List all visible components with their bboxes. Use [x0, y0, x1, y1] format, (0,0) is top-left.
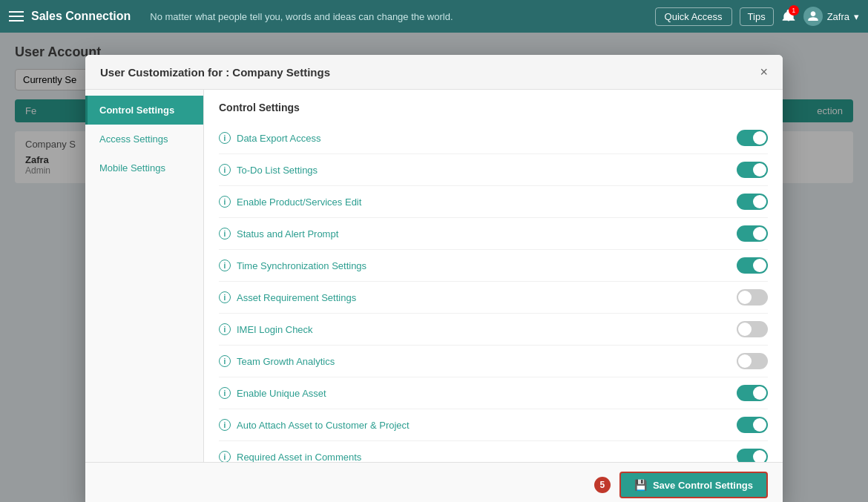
page-background: User Account Currently Se Fe ection Comp… [0, 33, 868, 502]
tips-button[interactable]: Tips [740, 7, 774, 26]
toggle-product-edit[interactable] [737, 194, 768, 210]
modal-sidebar: Control Settings Access Settings Mobile … [85, 90, 204, 462]
toggle-slider-unique-asset [737, 385, 768, 401]
save-button-label: Save Control Settings [653, 480, 753, 491]
info-icon-asset-req[interactable]: i [219, 291, 231, 303]
setting-label-data-export: iData Export Access [219, 132, 320, 144]
setting-label-status-alert: iStatus and Alert Prompt [219, 228, 338, 240]
step-badge: 5 [594, 477, 611, 493]
quick-access-button[interactable]: Quick Access [655, 7, 732, 26]
tab-access-settings[interactable]: Access Settings [85, 125, 203, 153]
setting-text-unique-asset: Enable Unique Asset [237, 388, 326, 399]
setting-label-todo-list: iTo-Do List Settings [219, 164, 318, 176]
user-name: Zafra [827, 11, 849, 22]
modal-close-button[interactable]: × [760, 65, 768, 79]
info-icon-product-edit[interactable]: i [219, 196, 231, 208]
toggle-slider-status-alert [737, 225, 768, 242]
modal-dialog: User Customization for : Company Setting… [85, 55, 783, 502]
toggle-slider-req-asset-comments [737, 449, 768, 462]
setting-text-status-alert: Status and Alert Prompt [237, 228, 338, 240]
setting-row: iTime Synchronization Settings [219, 250, 768, 282]
notification-badge: 1 [789, 5, 799, 16]
info-icon-unique-asset[interactable]: i [219, 387, 231, 399]
tab-mobile-settings[interactable]: Mobile Settings [85, 153, 203, 182]
toggle-imei-check[interactable] [737, 321, 768, 337]
setting-text-asset-req: Asset Requirement Settings [237, 292, 356, 303]
setting-row: iAuto Attach Asset to Customer & Project [219, 409, 768, 441]
setting-label-imei-check: iIMEI Login Check [219, 323, 313, 335]
toggle-knob-auto-attach [753, 418, 766, 432]
user-dropdown-icon[interactable]: ▾ [854, 11, 859, 22]
toggle-slider-imei-check [737, 321, 768, 337]
modal-header: User Customization for : Company Setting… [85, 55, 783, 90]
toggle-slider-product-edit [737, 194, 768, 210]
info-icon-time-sync[interactable]: i [219, 260, 231, 271]
toggle-knob-asset-req [738, 291, 752, 304]
toggle-auto-attach[interactable] [737, 417, 768, 433]
setting-row: iAsset Requirement Settings [219, 282, 768, 314]
toggle-knob-time-sync [753, 259, 766, 272]
info-icon-auto-attach[interactable]: i [219, 419, 231, 431]
toggle-knob-todo-list [753, 163, 766, 176]
modal-main-content: Control Settings iData Export AccessiTo-… [204, 90, 783, 462]
setting-row: iRequired Asset in Comments [219, 441, 768, 462]
toggle-time-sync[interactable] [737, 257, 768, 274]
notification-icon[interactable]: 1 [781, 8, 796, 25]
toggle-team-growth[interactable] [737, 353, 768, 369]
setting-label-team-growth: iTeam Growth Analytics [219, 355, 335, 367]
toggle-todo-list[interactable] [737, 162, 768, 178]
info-icon-data-export[interactable]: i [219, 132, 231, 144]
setting-label-time-sync: iTime Synchronization Settings [219, 260, 366, 271]
setting-text-todo-list: To-Do List Settings [237, 165, 318, 176]
toggle-unique-asset[interactable] [737, 385, 768, 401]
modal-title: User Customization for : Company Setting… [100, 66, 330, 79]
toggle-knob-unique-asset [753, 386, 766, 400]
setting-text-auto-attach: Auto Attach Asset to Customer & Project [237, 420, 410, 431]
toggle-data-export[interactable] [737, 130, 768, 146]
toggle-slider-todo-list [737, 162, 768, 178]
setting-text-imei-check: IMEI Login Check [237, 324, 313, 335]
info-icon-status-alert[interactable]: i [219, 228, 231, 240]
toggle-knob-product-edit [753, 195, 766, 208]
nav-right: Quick Access Tips 1 Zafra ▾ [655, 7, 859, 26]
setting-label-unique-asset: iEnable Unique Asset [219, 387, 326, 399]
setting-row: iIMEI Login Check [219, 314, 768, 346]
toggle-slider-team-growth [737, 353, 768, 369]
setting-text-data-export: Data Export Access [237, 133, 320, 144]
user-menu[interactable]: Zafra ▾ [803, 7, 859, 26]
setting-text-time-sync: Time Synchronization Settings [237, 260, 366, 271]
info-icon-req-asset-comments[interactable]: i [219, 451, 231, 462]
toggle-status-alert[interactable] [737, 225, 768, 242]
toggle-knob-status-alert [753, 227, 766, 240]
setting-row: iTo-Do List Settings [219, 154, 768, 186]
setting-text-team-growth: Team Growth Analytics [237, 356, 335, 367]
save-control-settings-button[interactable]: 💾 Save Control Settings [619, 472, 768, 498]
toggle-asset-req[interactable] [737, 289, 768, 306]
toggle-slider-data-export [737, 130, 768, 146]
hamburger-menu[interactable] [9, 11, 24, 22]
toggle-slider-time-sync [737, 257, 768, 274]
setting-row: iStatus and Alert Prompt [219, 218, 768, 250]
setting-row: iEnable Product/Services Edit [219, 186, 768, 218]
toggle-req-asset-comments[interactable] [737, 449, 768, 462]
setting-text-product-edit: Enable Product/Services Edit [237, 196, 361, 208]
info-icon-imei-check[interactable]: i [219, 323, 231, 335]
top-navigation: Sales Connection No matter what people t… [0, 0, 868, 33]
setting-row: iData Export Access [219, 122, 768, 154]
nav-left: Sales Connection No matter what people t… [9, 10, 453, 23]
toggle-knob-imei-check [738, 323, 752, 336]
setting-label-req-asset-comments: iRequired Asset in Comments [219, 451, 361, 462]
toggle-knob-team-growth [738, 354, 752, 368]
info-icon-team-growth[interactable]: i [219, 355, 231, 367]
setting-label-auto-attach: iAuto Attach Asset to Customer & Project [219, 419, 410, 431]
setting-text-req-asset-comments: Required Asset in Comments [237, 452, 361, 463]
info-icon-todo-list[interactable]: i [219, 164, 231, 176]
toggle-slider-asset-req [737, 289, 768, 306]
setting-label-asset-req: iAsset Requirement Settings [219, 291, 356, 303]
setting-label-product-edit: iEnable Product/Services Edit [219, 196, 361, 208]
setting-row: iEnable Unique Asset [219, 377, 768, 409]
tab-control-settings[interactable]: Control Settings [85, 96, 203, 125]
settings-list: iData Export AccessiTo-Do List Settingsi… [219, 122, 768, 462]
setting-row: iTeam Growth Analytics [219, 346, 768, 377]
toggle-slider-auto-attach [737, 417, 768, 433]
